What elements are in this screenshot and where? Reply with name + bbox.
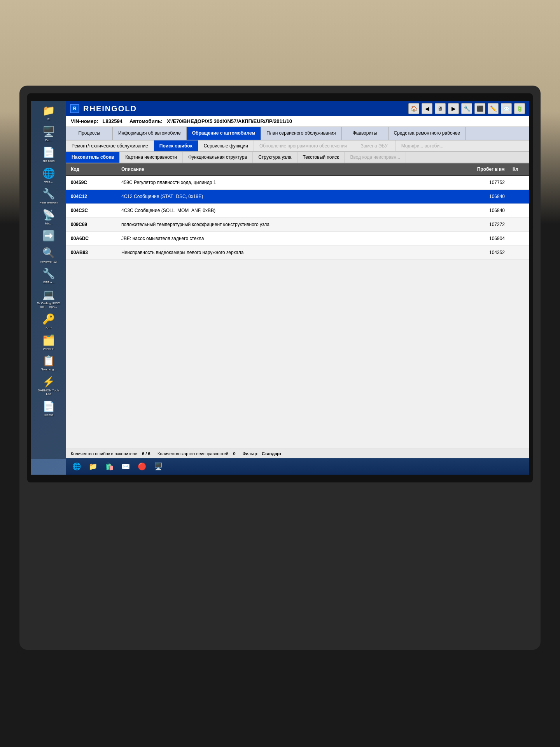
ie-icon[interactable]: 🌐: [69, 461, 84, 472]
icon-daemon[interactable]: ⚡ DAEMON Tools Lite: [35, 374, 62, 398]
cell-description: 4C12 Сообщение (STAT_DSC, 0x19E): [117, 191, 463, 202]
table-row[interactable]: 00A6DC JBE: насос омывателя заднего стек…: [66, 232, 529, 246]
icon-mviewer-icon: 🔍: [42, 247, 55, 259]
nav-tab-contact[interactable]: Обращение с автомобилем: [187, 127, 261, 140]
sub-nav-search-errors[interactable]: Поиск ошибок: [154, 140, 198, 151]
rheingold-app-window: R RHEINGOLD 🏠 ◀ 🖥 ▶ 🔧 ⬛ ✏️ ✉️ 🔋: [66, 101, 529, 475]
store-icon[interactable]: 🛍️: [102, 461, 117, 472]
cell-description: 459С Регулятор плавности хода, цилиндр 1: [117, 177, 463, 188]
icon-web-icon: 🌐: [42, 167, 55, 179]
content-area: Код Описание Пробег в км Кл 00459C 459С …: [66, 163, 529, 475]
nav-tab-processes[interactable]: Процессы: [66, 127, 113, 140]
cell-code: 00A6DC: [66, 233, 117, 244]
icon-panel[interactable]: 🔧 нель вления: [35, 186, 62, 206]
icon-r[interactable]: 📁 R: [35, 103, 62, 123]
cell-description: 4C3C Сообщение (SOLL_MOM_ANF, 0xBB): [117, 205, 463, 216]
table-row[interactable]: 004C3C 4C3C Сообщение (SOLL_MOM_ANF, 0xB…: [66, 204, 529, 218]
qr-icon[interactable]: ⬛: [474, 103, 485, 114]
icon-daemon-icon: ⚡: [42, 376, 55, 388]
sub-nav-fault-memory[interactable]: Накопитель сбоев: [66, 152, 120, 163]
battery-icon[interactable]: 🔋: [514, 103, 525, 114]
icon-license[interactable]: 📄 license: [35, 399, 62, 419]
sub-nav-text-search[interactable]: Текстовый поиск: [298, 152, 345, 163]
icon-are-ation-label: are ation: [42, 159, 54, 163]
media-icon[interactable]: 🔴: [135, 461, 149, 472]
app-title: RHEINGOLD: [83, 104, 404, 113]
icon-pom-label: Пом по д...: [41, 368, 56, 372]
icon-coding[interactable]: 💻 W Coding UX3C ool — ярл...: [35, 287, 62, 310]
icon-coding-label: W Coding UX3C ool — ярл...: [36, 302, 61, 309]
nav-tab-repair-tools[interactable]: Средства ремонтного рабочее: [388, 127, 466, 140]
icon-are-ation-icon: 📄: [42, 146, 55, 158]
sub-nav-node-structure[interactable]: Структура узла: [253, 152, 297, 163]
mail-icon[interactable]: ✉️: [118, 461, 133, 472]
sub-nav-service-functions[interactable]: Сервисные функции: [198, 140, 254, 151]
status-bar: Количество ошибок в накопителе: 6 / 6 Ко…: [66, 449, 529, 458]
folder-icon[interactable]: 📁: [86, 461, 100, 472]
table-row[interactable]: 004C12 4C12 Сообщение (STAT_DSC, 0x19E) …: [66, 190, 529, 204]
icon-web-label: web...: [44, 180, 52, 184]
forward-icon[interactable]: ▶: [448, 103, 459, 114]
table-row[interactable]: 00AB93 Неисправность видеокамеры левого …: [66, 246, 529, 260]
cell-code: 004C12: [66, 191, 117, 202]
screen-icon[interactable]: 🖥: [435, 103, 446, 114]
nav-tab-vehicle-info[interactable]: Информация об автомобиле: [113, 127, 187, 140]
icon-arrow[interactable]: ➡️: [35, 228, 62, 244]
wrench-icon[interactable]: 🔧: [461, 103, 472, 114]
icon-panel-icon: 🔧: [42, 188, 55, 200]
icon-kfp-label: KFP: [46, 326, 52, 330]
icon-de-label: De...: [46, 139, 52, 142]
vehicle-label: Автомобиль:: [130, 118, 163, 124]
title-bar-toolbar: 🏠 ◀ 🖥 ▶ 🔧 ⬛ ✏️ ✉️ 🔋: [408, 103, 525, 114]
icon-kfp-icon: 🔑: [42, 313, 55, 325]
icon-r-icon: 📁: [42, 105, 55, 117]
icon-kfp[interactable]: 🔑 KFP: [35, 312, 62, 331]
sub-nav-enter-code: Ввод кода неисправн...: [345, 152, 406, 163]
table-header: Код Описание Пробег в км Кл: [66, 163, 529, 176]
icon-pom[interactable]: 📋 Пом по д...: [35, 353, 62, 373]
picture-count-label: Количество картин неисправностей:: [158, 451, 229, 456]
edit-icon[interactable]: ✏️: [488, 103, 499, 114]
cell-cl: [509, 235, 529, 242]
icon-mic[interactable]: 📡 Mic...: [35, 207, 62, 227]
cell-cl: [509, 207, 529, 214]
icon-ista-label: ISTA я...: [43, 281, 54, 284]
cell-mileage: 106840: [463, 191, 509, 202]
icon-mviewer[interactable]: 🔍 mViewer 12: [35, 245, 62, 265]
monitor-icon[interactable]: 🖥️: [151, 461, 166, 472]
filter-label: Фильтр:: [243, 451, 258, 456]
sub-nav-fault-picture[interactable]: Картина неисправности: [120, 152, 183, 163]
back-icon[interactable]: ◀: [422, 103, 432, 114]
header-mileage: Пробег в км: [463, 167, 509, 172]
icon-winkfp[interactable]: 🗂️ WinKFP: [35, 333, 62, 352]
icon-are-ation[interactable]: 📄 are ation: [35, 145, 62, 165]
taskbar: 🌐📁🛍️✉️🔴🖥️: [66, 458, 529, 475]
header-description: Описание: [117, 167, 463, 172]
icon-de[interactable]: 🖥️ De...: [35, 124, 62, 144]
sub-nav-row2: Накопитель сбоевКартина неисправностиФун…: [66, 152, 529, 163]
cell-cl: [509, 193, 529, 200]
nav-tab-service-plan[interactable]: План сервисного обслуживания: [261, 127, 341, 140]
header-cl: Кл: [509, 167, 529, 172]
home-icon[interactable]: 🏠: [408, 103, 419, 114]
nav-tab-favorites[interactable]: Фаввориты: [342, 127, 388, 140]
vin-value: L832594: [103, 118, 122, 124]
table-row[interactable]: 00459C 459С Регулятор плавности хода, ци…: [66, 176, 529, 190]
cell-mileage: 106904: [463, 233, 509, 244]
desktop-icon-sidebar: 📁 R 🖥️ De... 📄 are ation 🌐 web... 🔧 нель…: [31, 101, 66, 459]
mail-icon[interactable]: ✉️: [501, 103, 512, 114]
icon-winkfp-icon: 🗂️: [42, 334, 55, 346]
icon-ista-icon: 🔧: [42, 268, 55, 280]
icon-license-label: license: [44, 413, 54, 417]
icon-mviewer-label: mViewer 12: [40, 260, 57, 264]
cell-cl: [509, 179, 529, 186]
sub-nav-functional-structure[interactable]: Функциональная структура: [183, 152, 253, 163]
filter-value: Стандарт: [262, 451, 282, 456]
table-row[interactable]: 009C69 положительный температурный коэфф…: [66, 218, 529, 232]
main-nav-tabs: ПроцессыИнформация об автомобилеОбращени…: [66, 127, 529, 140]
icon-web[interactable]: 🌐 web...: [35, 166, 62, 186]
icon-ista[interactable]: 🔧 ISTA я...: [35, 266, 62, 286]
cell-mileage: 107752: [463, 177, 509, 188]
sub-nav-repair[interactable]: Ремонт/техническое обслуживание: [66, 140, 154, 151]
icon-daemon-label: DAEMON Tools Lite: [36, 389, 61, 396]
